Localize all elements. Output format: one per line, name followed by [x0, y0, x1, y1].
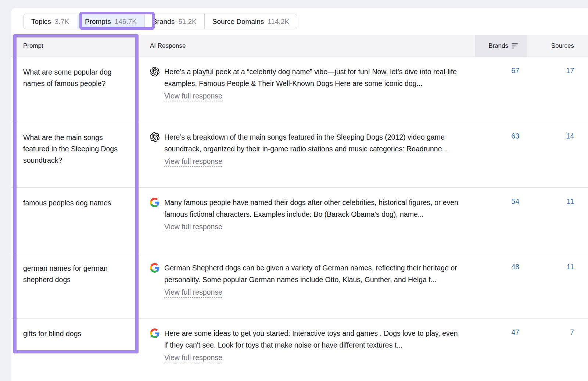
dataset-tab-group: Topics 3.7K Prompts 146.7K Brands 51.2K …	[23, 14, 297, 29]
ai-response-text: German Shepherd dogs can be given a vari…	[164, 264, 457, 284]
sources-count-link[interactable]: 11	[567, 263, 574, 271]
table-row: gifts for blind dogs Here are some ideas…	[11, 319, 588, 381]
prompt-cell: What are the main songs featured in the …	[11, 122, 139, 187]
google-icon	[150, 198, 159, 207]
sort-descending-icon[interactable]	[512, 43, 519, 49]
ai-response-text: Here are some ideas to get you started: …	[164, 329, 458, 349]
dataset-tab[interactable]: Prompts 146.7K	[77, 14, 145, 29]
brands-count-link[interactable]: 67	[511, 67, 519, 75]
brands-column-header[interactable]: Brands	[475, 35, 527, 57]
brands-count-link[interactable]: 63	[511, 132, 519, 140]
prompt-cell: What are some popular dog names of famou…	[11, 57, 139, 122]
prompts-table: Prompt AI Response Brands Sources What a…	[11, 35, 588, 381]
sources-count-link[interactable]: 17	[566, 67, 574, 75]
ai-response-cell: German Shepherd dogs can be given a vari…	[139, 253, 475, 318]
tab-label: Prompts	[85, 18, 111, 26]
tab-count: 114.2K	[268, 18, 289, 26]
dataset-tab[interactable]: Brands 51.2K	[145, 14, 205, 29]
view-full-response-link[interactable]: View full response	[164, 223, 222, 232]
google-icon	[150, 263, 159, 273]
table-header-row: Prompt AI Response Brands Sources	[11, 35, 588, 57]
dataset-tab[interactable]: Topics 3.7K	[24, 14, 77, 29]
sources-count-link[interactable]: 14	[566, 132, 574, 140]
table-row: What are the main songs featured in the …	[11, 122, 588, 188]
tab-count: 3.7K	[55, 18, 69, 26]
google-icon	[150, 328, 159, 338]
table-row: famous peoples dog names Many famous peo…	[11, 188, 588, 253]
openai-icon	[150, 67, 159, 76]
ai-response-text: Here’s a breakdown of the main songs fea…	[164, 133, 448, 153]
tab-label: Source Domains	[212, 18, 264, 26]
brands-count-link[interactable]: 47	[511, 328, 519, 336]
ai-response-text: Many famous people have named their dogs…	[164, 198, 458, 218]
tab-label: Topics	[31, 18, 51, 26]
ai-response-text: Here’s a playful peek at a “celebrity do…	[164, 68, 457, 87]
brands-count-link[interactable]: 48	[511, 263, 519, 271]
sources-count-link[interactable]: 11	[567, 197, 574, 205]
prompt-column-header: Prompt	[11, 35, 139, 57]
dataset-tab[interactable]: Source Domains 114.2K	[205, 14, 297, 29]
view-full-response-link[interactable]: View full response	[164, 288, 222, 298]
ai-response-cell: Here are some ideas to get you started: …	[139, 319, 475, 381]
tab-count: 51.2K	[178, 18, 197, 26]
sources-column-header: Sources	[527, 35, 588, 57]
table-body: What are some popular dog names of famou…	[11, 57, 588, 381]
table-row: german names for german shepherd dogs Ge…	[11, 253, 588, 319]
ai-response-cell: Many famous people have named their dogs…	[139, 188, 475, 253]
table-row: What are some popular dog names of famou…	[11, 57, 588, 122]
tab-count: 146.7K	[115, 18, 137, 26]
ai-response-column-header: AI Response	[139, 35, 475, 57]
ai-response-cell: Here’s a playful peek at a “celebrity do…	[139, 57, 475, 122]
prompt-cell: gifts for blind dogs	[11, 319, 139, 381]
view-full-response-link[interactable]: View full response	[164, 157, 222, 167]
openai-icon	[150, 132, 159, 142]
prompt-cell: famous peoples dog names	[11, 188, 139, 253]
brands-column-header-label: Brands	[488, 42, 508, 50]
view-full-response-link[interactable]: View full response	[164, 353, 222, 363]
view-full-response-link[interactable]: View full response	[164, 92, 222, 101]
prompt-cell: german names for german shepherd dogs	[11, 253, 139, 318]
tab-label: Brands	[153, 18, 175, 26]
sources-count-link[interactable]: 7	[570, 328, 574, 336]
ai-response-cell: Here’s a breakdown of the main songs fea…	[139, 122, 475, 187]
brands-count-link[interactable]: 54	[511, 197, 519, 205]
